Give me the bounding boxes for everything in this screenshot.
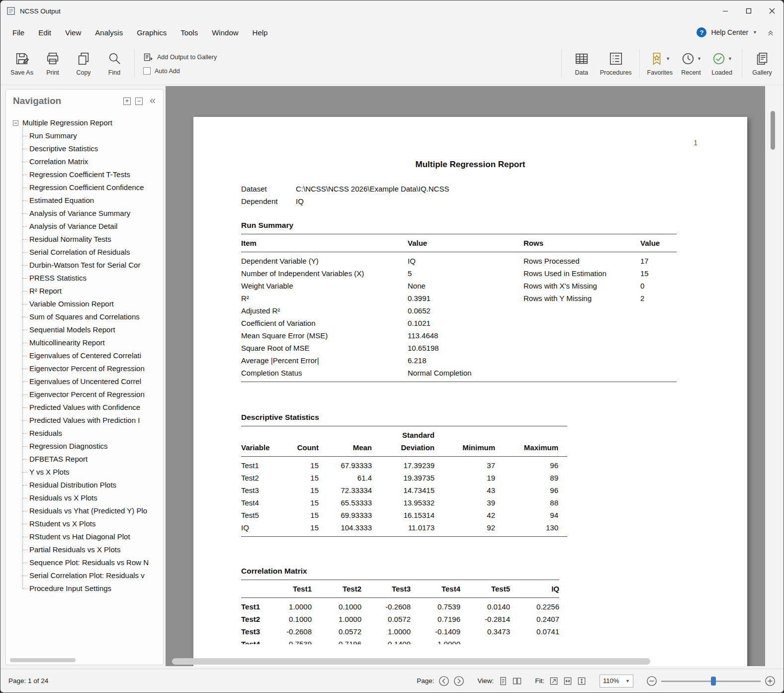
zoom-out-button[interactable] bbox=[646, 676, 657, 687]
page-label: Page: bbox=[417, 677, 434, 685]
chevron-down-icon[interactable]: ▼ bbox=[666, 56, 670, 61]
menu-tools[interactable]: Tools bbox=[174, 25, 205, 40]
nav-item[interactable]: Correlation Matrix bbox=[22, 155, 163, 168]
table-row: Test40.75390.7196-0.14091.0000 bbox=[241, 638, 559, 644]
nav-item[interactable]: Estimated Equation bbox=[22, 194, 163, 207]
nav-item[interactable]: Y vs X Plots bbox=[22, 466, 163, 479]
nav-item[interactable]: Descriptive Statistics bbox=[22, 142, 163, 155]
zoom-in-button[interactable] bbox=[765, 676, 776, 687]
nav-item[interactable]: Sequential Models Report bbox=[22, 323, 163, 336]
nav-item[interactable]: Variable Omission Report bbox=[22, 297, 163, 310]
nav-item[interactable]: PRESS Statistics bbox=[22, 272, 163, 285]
next-page-button[interactable] bbox=[453, 676, 464, 687]
fit-page-button[interactable] bbox=[549, 676, 559, 686]
data-button[interactable]: Data bbox=[566, 45, 597, 82]
menu-file[interactable]: File bbox=[5, 25, 31, 40]
zoom-select[interactable]: 110% ▼ bbox=[600, 675, 633, 688]
menu-help[interactable]: Help bbox=[246, 25, 275, 40]
nav-item[interactable]: Residuals vs Yhat (Predicted Y) Plo bbox=[22, 504, 163, 517]
nav-item[interactable]: Eigenvalues of Uncentered Correl bbox=[22, 375, 163, 388]
nav-item[interactable]: Regression Diagnostics bbox=[22, 440, 163, 453]
add-output-to-gallery-button[interactable]: Add Output to Gallery bbox=[143, 52, 217, 62]
nav-item[interactable]: Regression Coefficient T-Tests bbox=[22, 168, 163, 181]
menu-view[interactable]: View bbox=[58, 25, 88, 40]
fit-width-button[interactable] bbox=[563, 676, 573, 686]
nav-item[interactable]: Eigenvector Percent of Regression bbox=[22, 362, 163, 375]
nav-item[interactable]: RStudent vs X Plots bbox=[22, 517, 163, 530]
nav-item[interactable]: Run Summary bbox=[22, 129, 163, 142]
nav-root-item[interactable]: Multiple Regression Report bbox=[13, 116, 163, 129]
cell: 0.3473 bbox=[460, 625, 510, 638]
nav-item[interactable]: Predicted Values with Confidence bbox=[22, 401, 163, 414]
nav-item[interactable]: DFBETAS Report bbox=[22, 453, 163, 466]
nav-item[interactable]: Serial Correlation Plot: Residuals v bbox=[22, 569, 163, 582]
print-button[interactable]: Print bbox=[37, 45, 68, 82]
nav-item[interactable]: R² Report bbox=[22, 285, 163, 297]
cell: 15 bbox=[277, 521, 319, 534]
cell: -0.2608 bbox=[361, 600, 411, 613]
nav-item[interactable]: Procedure Input Settings bbox=[22, 582, 163, 595]
expand-all-icon[interactable]: + bbox=[123, 98, 131, 105]
nav-item[interactable]: Residual Distribution Plots bbox=[22, 479, 163, 492]
chevron-down-icon[interactable]: ▼ bbox=[753, 30, 757, 35]
collapse-panel-icon[interactable] bbox=[147, 96, 157, 106]
table-row: Test20.10001.00000.05720.7196-0.28140.24… bbox=[241, 613, 559, 625]
procedures-button[interactable]: Procedures bbox=[597, 45, 635, 82]
table-header-row: Variable Count Mean Standard Deviation M… bbox=[241, 429, 567, 454]
nav-item[interactable]: Residuals vs X Plots bbox=[22, 492, 163, 504]
nav-item[interactable]: Sum of Squares and Correlations bbox=[22, 310, 163, 323]
loaded-button[interactable]: ▼ Loaded bbox=[706, 45, 737, 82]
chevron-down-icon[interactable]: ▼ bbox=[697, 56, 701, 61]
help-icon: ? bbox=[697, 27, 706, 37]
save-as-button[interactable]: Save As bbox=[6, 45, 37, 82]
cell: 6.218 bbox=[408, 354, 523, 367]
navigation-horizontal-scrollbar[interactable] bbox=[10, 658, 76, 662]
menu-edit[interactable]: Edit bbox=[31, 25, 58, 40]
nav-item[interactable]: Residuals bbox=[22, 427, 163, 440]
favorites-button[interactable]: ▼ Favorites bbox=[644, 45, 676, 82]
help-center-button[interactable]: Help Center bbox=[711, 28, 748, 36]
nav-item[interactable]: Serial Correlation of Residuals bbox=[22, 246, 163, 259]
maximize-button[interactable] bbox=[737, 0, 760, 21]
gallery-button[interactable]: Gallery bbox=[747, 45, 778, 82]
fit-full-button[interactable] bbox=[577, 676, 587, 686]
auto-add-checkbox[interactable]: Auto Add bbox=[143, 67, 217, 75]
document-horizontal-scrollbar[interactable] bbox=[172, 658, 650, 665]
cell: 104.3333 bbox=[319, 521, 372, 534]
chevron-down-icon[interactable]: ▼ bbox=[728, 56, 732, 61]
document-area[interactable]: 1 Multiple Regression Report DatasetC:\N… bbox=[166, 86, 765, 666]
nav-item[interactable]: Predicted Values with Prediction I bbox=[22, 414, 163, 427]
two-page-view-button[interactable] bbox=[512, 676, 522, 686]
menu-analysis[interactable]: Analysis bbox=[88, 25, 130, 40]
checkbox-icon[interactable] bbox=[143, 67, 151, 75]
nav-item[interactable]: Multicollinearity Report bbox=[22, 336, 163, 349]
nav-item[interactable]: Partial Residuals vs X Plots bbox=[22, 543, 163, 556]
copy-button[interactable]: Copy bbox=[68, 45, 99, 82]
find-button[interactable]: Find bbox=[99, 45, 130, 82]
nav-item[interactable]: Analysis of Variance Detail bbox=[22, 220, 163, 233]
nav-item[interactable]: Analysis of Variance Summary bbox=[22, 207, 163, 220]
rule bbox=[241, 456, 567, 457]
collapse-all-icon[interactable]: − bbox=[135, 98, 143, 105]
nav-item[interactable]: RStudent vs Hat Diagonal Plot bbox=[22, 530, 163, 543]
menu-graphics[interactable]: Graphics bbox=[130, 25, 174, 40]
nav-item[interactable]: Eigenvector Percent of Regression bbox=[22, 388, 163, 401]
document-vertical-scrollbar[interactable] bbox=[771, 111, 775, 150]
single-page-view-button[interactable] bbox=[498, 676, 508, 686]
previous-page-button[interactable] bbox=[438, 676, 449, 687]
zoom-slider-thumb[interactable] bbox=[711, 677, 716, 686]
collapse-ribbon-icon[interactable] bbox=[766, 27, 776, 37]
menu-window[interactable]: Window bbox=[205, 25, 245, 40]
collapse-node-icon[interactable] bbox=[13, 120, 18, 126]
cell: Maximum bbox=[495, 441, 558, 454]
nav-item[interactable]: Residual Normality Tests bbox=[22, 233, 163, 246]
zoom-slider[interactable] bbox=[661, 676, 761, 687]
nav-item[interactable]: Durbin-Watson Test for Serial Cor bbox=[22, 259, 163, 272]
nav-item[interactable]: Sequence Plot: Residuals vs Row N bbox=[22, 556, 163, 569]
nav-item[interactable]: Regression Coefficient Confidence bbox=[22, 181, 163, 194]
nav-item[interactable]: Eigenvalues of Centered Correlati bbox=[22, 349, 163, 362]
recent-button[interactable]: ▼ Recent bbox=[676, 45, 706, 82]
close-button[interactable] bbox=[760, 0, 784, 21]
minimize-button[interactable] bbox=[713, 0, 737, 21]
cell: Rows Used in Estimation bbox=[523, 267, 640, 280]
